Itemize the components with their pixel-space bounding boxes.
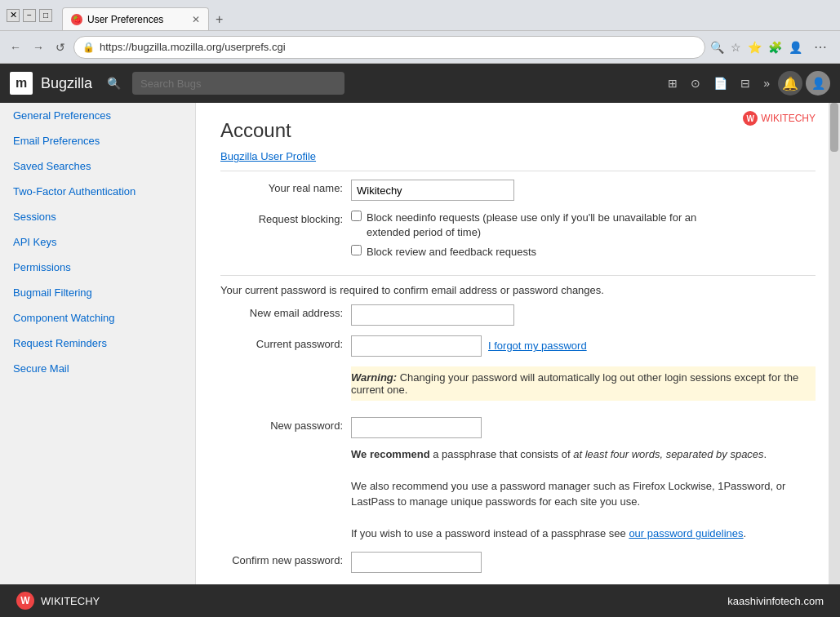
request-blocking-row: Request blocking: Block needinfo request… — [220, 211, 816, 265]
camera-icon[interactable]: ⊙ — [686, 73, 705, 93]
bookmark-sync-icon[interactable]: ⭐ — [748, 41, 762, 54]
tab-title: User Preferences — [87, 14, 163, 25]
bugzilla-user-profile-link[interactable]: Bugzilla User Profile — [220, 150, 316, 162]
sidebar-item-request-reminders[interactable]: Request Reminders — [0, 331, 195, 356]
back-button[interactable]: ← — [7, 38, 24, 57]
sidebar-item-saved-searches[interactable]: Saved Searches — [0, 153, 195, 179]
address-icons: 🔍 ☆ ⭐ 🧩 👤 — [710, 41, 802, 54]
address-bar-row: ← → ↺ 🔒 https://bugzilla.mozilla.org/use… — [0, 31, 840, 64]
current-password-row: Current password: I forgot my password — [220, 335, 816, 357]
url-text: https://bugzilla.mozilla.org/userprefs.c… — [100, 41, 696, 53]
block-needinfo-label: Block needinfo requests (please use only… — [367, 211, 742, 240]
confirm-password-input[interactable] — [351, 552, 482, 573]
bugzilla-logo[interactable]: m — [10, 72, 33, 95]
bottom-bar: W WIKITECHY kaashivinfotech.com — [0, 584, 840, 617]
main-layout: General Preferences Email Preferences Sa… — [0, 103, 840, 584]
bottom-right-text: kaashivinfotech.com — [727, 595, 824, 607]
bottom-w-icon: W — [16, 592, 34, 610]
block-review-checkbox[interactable] — [351, 245, 362, 255]
more-icon[interactable]: » — [758, 73, 775, 93]
confirm-password-label: Confirm new password: — [220, 552, 351, 566]
profile-icon[interactable]: 👤 — [789, 41, 802, 54]
bookmark-icon[interactable]: ☆ — [731, 41, 741, 54]
sidebar-item-api-keys[interactable]: API Keys — [0, 229, 195, 255]
divider-middle — [220, 275, 816, 276]
forward-button[interactable]: → — [29, 38, 47, 57]
password-info: We recommend a passphrase that consists … — [351, 446, 816, 542]
tab-bar: 🍓 User Preferences ✕ + — [62, 0, 229, 30]
lock-icon: 🔒 — [82, 42, 95, 53]
active-tab[interactable]: 🍓 User Preferences ✕ — [62, 7, 209, 30]
warning-row: Warning: Changing your password will aut… — [220, 366, 816, 407]
recommend-rest: a passphrase that consists of — [430, 448, 574, 460]
new-password-row: New password: We recommend a passphrase … — [220, 417, 816, 542]
scrollbar-thumb[interactable] — [830, 103, 838, 152]
new-email-label: New email address: — [220, 304, 351, 319]
grid2-icon[interactable]: ⊟ — [736, 73, 755, 93]
real-name-row: Your real name: — [220, 180, 816, 201]
real-name-field — [351, 180, 816, 201]
sidebar: General Preferences Email Preferences Sa… — [0, 103, 196, 584]
new-email-field — [351, 304, 816, 326]
maximize-button[interactable]: □ — [39, 9, 52, 22]
recommend-bold: We recommend — [351, 448, 430, 460]
real-name-input[interactable] — [351, 180, 514, 201]
address-bar[interactable]: 🔒 https://bugzilla.mozilla.org/userprefs… — [73, 36, 705, 59]
scrollbar[interactable] — [829, 103, 840, 584]
browser-menu-button[interactable]: ⋯ — [807, 36, 833, 58]
real-name-label: Your real name: — [220, 180, 351, 194]
block-needinfo-checkbox[interactable] — [351, 211, 362, 221]
current-password-input[interactable] — [351, 335, 482, 357]
request-blocking-field: Block needinfo requests (please use only… — [351, 211, 816, 265]
warning-label: Warning: — [351, 371, 397, 384]
new-tab-button[interactable]: + — [209, 9, 229, 30]
new-email-input[interactable] — [351, 304, 514, 326]
browser-titlebar: ✕ − □ 🍓 User Preferences ✕ + — [0, 0, 840, 31]
notification-button[interactable]: 🔔 — [778, 71, 802, 95]
request-blocking-label: Request blocking: — [220, 211, 351, 225]
block-review-label: Block review and feedback requests — [367, 245, 536, 260]
block-review-row: Block review and feedback requests — [351, 245, 816, 260]
warning-spacer — [220, 366, 351, 369]
refresh-button[interactable]: ↺ — [52, 38, 69, 57]
password-link-text: If you wish to use a password instead of… — [351, 526, 816, 542]
wikitechy-label: WIKITECHY — [761, 113, 816, 124]
block-needinfo-row: Block needinfo requests (please use only… — [351, 211, 816, 240]
recommend-managers: We also recommend you use a password man… — [351, 478, 816, 510]
search-icon: 🔍 — [107, 77, 121, 90]
sidebar-item-general-preferences[interactable]: General Preferences — [0, 103, 195, 128]
password-required-note: Your current password is required to con… — [220, 284, 816, 296]
extension-icon[interactable]: 🧩 — [768, 41, 782, 54]
sidebar-item-component-watching[interactable]: Component Watching — [0, 305, 195, 331]
sidebar-item-secure-mail[interactable]: Secure Mail — [0, 356, 195, 381]
close-button[interactable]: ✕ — [7, 9, 20, 22]
bottom-logo: W WIKITECHY — [16, 592, 100, 610]
recommend-italic: at least four words, separated by spaces — [573, 448, 763, 460]
tab-close-button[interactable]: ✕ — [192, 14, 200, 25]
wikitechy-logo: W WIKITECHY — [743, 111, 816, 126]
page-title: Account — [220, 119, 816, 142]
user-avatar[interactable]: 👤 — [806, 71, 830, 95]
search-icon[interactable]: 🔍 — [710, 41, 724, 54]
sidebar-item-two-factor-auth[interactable]: Two-Factor Authentication — [0, 179, 195, 204]
new-password-field: We recommend a passphrase that consists … — [351, 417, 816, 542]
new-password-input[interactable] — [351, 417, 482, 438]
tab-favicon: 🍓 — [71, 14, 82, 25]
sidebar-item-email-preferences[interactable]: Email Preferences — [0, 128, 195, 153]
password-guidelines-link[interactable]: our password guidelines — [629, 527, 743, 539]
confirm-password-field — [351, 552, 816, 573]
header-icons: ⊞ ⊙ 📄 ⊟ » 🔔 👤 — [663, 71, 830, 95]
sidebar-item-bugmail-filtering[interactable]: Bugmail Filtering — [0, 280, 195, 305]
content-area: W WIKITECHY Account Bugzilla User Profil… — [196, 103, 840, 584]
warning-field: Warning: Changing your password will aut… — [351, 366, 816, 407]
sidebar-item-permissions[interactable]: Permissions — [0, 255, 195, 280]
document-icon[interactable]: 📄 — [709, 73, 732, 93]
current-password-field: I forgot my password — [351, 335, 816, 357]
divider-top — [220, 171, 816, 171]
search-input[interactable] — [132, 72, 344, 95]
password-warning: Warning: Changing your password will aut… — [351, 366, 816, 401]
minimize-button[interactable]: − — [23, 9, 36, 22]
sidebar-item-sessions[interactable]: Sessions — [0, 204, 195, 229]
forgot-password-link[interactable]: I forgot my password — [488, 340, 587, 352]
grid-icon[interactable]: ⊞ — [663, 73, 682, 93]
